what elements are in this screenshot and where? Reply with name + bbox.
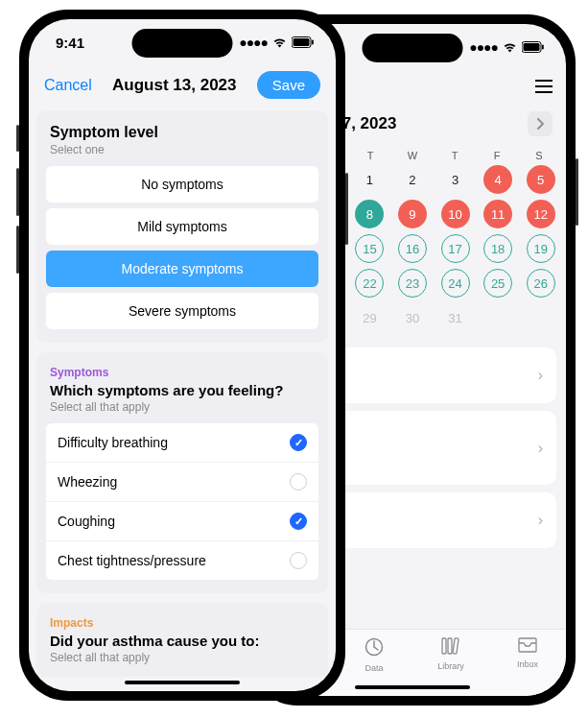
calendar-day[interactable]: 22 [355, 269, 384, 298]
chevron-right-icon: › [538, 512, 543, 529]
calendar-day[interactable]: 11 [483, 200, 512, 228]
tab-label: Library [437, 661, 464, 671]
tab-label: Data [365, 663, 383, 673]
symptom-level-option[interactable]: Mild symptoms [46, 208, 318, 245]
calendar-day[interactable]: 1 [355, 165, 384, 194]
calendar-day[interactable]: 16 [398, 234, 427, 263]
checkbox-icon [290, 434, 307, 451]
page-title: August 13, 2023 [112, 76, 236, 95]
symptom-label: Coughing [58, 514, 115, 529]
calendar-day[interactable]: 9 [398, 200, 427, 228]
calendar-day[interactable]: 18 [483, 234, 512, 263]
calendar-day[interactable]: 15 [355, 234, 384, 263]
symptom-checkbox-row[interactable]: Chest tightness/pressure [46, 541, 318, 580]
symptom-level-option[interactable]: No symptoms [46, 166, 318, 203]
card-subtitle: Select all that apply [46, 400, 318, 414]
notch [132, 29, 233, 58]
battery-icon [522, 39, 545, 56]
dow-label: F [476, 150, 518, 161]
svg-rect-13 [312, 39, 314, 44]
wifi-icon [272, 35, 287, 51]
inbox-icon [518, 637, 537, 658]
cancel-button[interactable]: Cancel [44, 77, 92, 94]
dow-label: T [434, 150, 476, 161]
tab-inbox[interactable]: Inbox [489, 637, 566, 696]
data-icon [365, 637, 384, 661]
signal-icon: ●●●● [239, 35, 268, 50]
notch [363, 34, 463, 62]
symptom-level-option[interactable]: Moderate symptoms [46, 251, 318, 287]
svg-rect-9 [448, 638, 452, 654]
card-subtitle: Select all that apply [46, 651, 318, 664]
impacts-card: Impacts Did your asthma cause you to: Se… [36, 603, 328, 677]
signal-icon: ●●●● [469, 39, 498, 55]
svg-rect-2 [542, 44, 544, 49]
checkbox-icon [290, 513, 307, 530]
dow-label: S [518, 150, 560, 161]
calendar-day[interactable]: 31 [441, 303, 470, 332]
header: Cancel August 13, 2023 Save [29, 65, 336, 110]
menu-icon[interactable] [535, 78, 553, 98]
calendar-day[interactable]: 30 [398, 303, 427, 332]
question: Did your asthma cause you to: [46, 633, 318, 649]
svg-rect-12 [294, 38, 310, 46]
calendar-day[interactable]: 10 [441, 200, 470, 228]
battery-icon [292, 35, 315, 51]
symptom-checkbox-row[interactable]: Wheezing [46, 463, 318, 502]
calendar-day[interactable]: 4 [483, 165, 512, 194]
calendar-day[interactable]: 24 [441, 269, 470, 298]
save-button[interactable]: Save [257, 71, 320, 99]
symptom-level-card: Symptom level Select one No symptomsMild… [36, 110, 328, 343]
calendar-day[interactable]: 29 [355, 303, 384, 332]
calendar-day[interactable]: 25 [483, 269, 512, 298]
symptoms-card: Symptoms Which symptoms are you feeling?… [36, 352, 328, 593]
symptom-label: Difficulty breathing [58, 435, 168, 450]
tab-label: Inbox [517, 659, 538, 669]
wifi-icon [503, 39, 517, 56]
symptom-checkbox-row[interactable]: Coughing [46, 502, 318, 541]
next-month-button[interactable] [528, 111, 553, 136]
symptom-label: Chest tightness/pressure [58, 553, 206, 568]
symptom-label: Wheezing [58, 474, 117, 490]
svg-rect-10 [453, 638, 459, 654]
calendar-day[interactable]: 17 [441, 234, 470, 263]
dow-label: T [349, 150, 391, 161]
phone-front: 9:41 ●●●● Cancel August 13, 2023 Save Sy… [19, 10, 345, 701]
calendar-day[interactable]: 23 [398, 269, 427, 298]
calendar-day[interactable]: 12 [527, 200, 555, 228]
chevron-right-icon: › [538, 440, 543, 457]
symptom-level-option[interactable]: Severe symptoms [46, 293, 318, 329]
status-time: 9:41 [56, 35, 84, 51]
svg-rect-8 [442, 638, 446, 654]
library-icon [441, 637, 460, 659]
symptom-checkbox-row[interactable]: Difficulty breathing [46, 423, 318, 463]
home-indicator [355, 685, 470, 689]
card-subtitle: Select one [46, 143, 318, 156]
dow-label: W [391, 150, 434, 161]
calendar-day[interactable]: 8 [355, 200, 384, 228]
card-title: Symptom level [46, 124, 318, 141]
svg-rect-1 [524, 43, 540, 51]
section-label: Symptoms [46, 366, 318, 379]
calendar-day[interactable]: 26 [527, 269, 555, 298]
calendar-day[interactable]: 3 [441, 165, 470, 194]
calendar-day[interactable]: 19 [527, 234, 555, 263]
checkbox-icon [290, 552, 307, 569]
section-label: Impacts [46, 616, 318, 630]
checkbox-icon [290, 473, 307, 491]
home-indicator [125, 681, 240, 684]
chevron-right-icon: › [538, 367, 543, 384]
calendar-day[interactable]: 2 [398, 165, 427, 194]
question: Which symptoms are you feeling? [46, 382, 318, 398]
calendar-day[interactable]: 5 [527, 165, 555, 194]
